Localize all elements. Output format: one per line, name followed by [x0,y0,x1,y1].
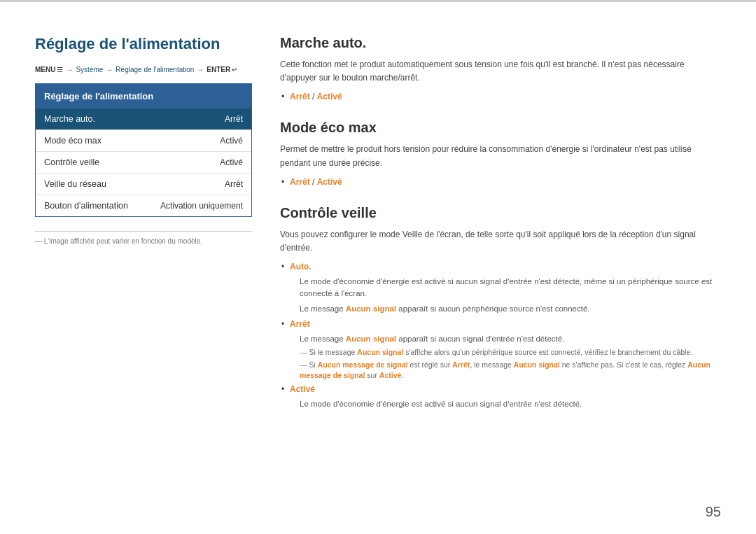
menu-item-controle-veille[interactable]: Contrôle veille Activé [36,152,251,174]
highlight-active: Activé [317,92,342,101]
menu-item-label: Bouton d'alimentation [44,201,128,211]
sub-text-arret: Le message Aucun signal apparaît si aucu… [290,333,721,345]
breadcrumb-arrow2: → [106,66,113,73]
section-title-controle-veille: Contrôle veille [280,205,721,221]
bullet-list-marche-auto: Arrêt / Activé [280,90,721,103]
sub-text-auto2: Le message Aucun signal apparaît si aucu… [290,303,721,315]
right-column: Marche auto. Cette fonction met le produ… [280,35,721,427]
top-border [0,0,756,2]
section-marche-auto: Marche auto. Cette fonction met le produ… [280,35,721,103]
page-number: 95 [706,504,721,520]
bullet-auto: Auto. Le mode d'économie d'énergie est a… [280,260,721,315]
note-text-2: Si Aucun message de signal est réglé sur… [290,360,721,380]
highlight-note2c: Aucun signal [514,360,560,369]
menu-panel-header: Réglage de l'alimentation [36,84,251,108]
section-controle-veille: Contrôle veille Vous pouvez configurer l… [280,205,721,411]
highlight-arret: Arrêt [290,92,310,101]
menu-item-label: Contrôle veille [44,157,99,167]
menu-panel: Réglage de l'alimentation Marche auto. A… [35,83,252,217]
separator: / [312,92,317,101]
section-body-mode-eco: Permet de mettre le produit hors tension… [280,143,721,169]
menu-item-value: Activé [220,136,243,146]
two-col-layout: Réglage de l'alimentation MENU ☰ → Systè… [35,35,721,427]
breadcrumb-menu: MENU [35,66,55,73]
bullet-list-controle-veille: Auto. Le mode d'économie d'énergie est a… [280,260,721,410]
section-body-marche-auto: Cette fonction met le produit automatiqu… [280,58,721,85]
breadcrumb: MENU ☰ → Système → Réglage de l'alimenta… [35,66,252,73]
bullet-item: Arrêt / Activé [280,90,721,103]
menu-item-veille-reseau[interactable]: Veille du réseau Arrêt [36,174,251,195]
menu-item-label: Veille du réseau [44,179,106,189]
bullet-active: Activé Le mode d'économie d'énergie est … [280,383,721,410]
highlight-arret-veille: Arrêt [290,319,310,329]
breadcrumb-system: Système [76,66,103,73]
highlight-arret: Arrêt [290,177,310,187]
menu-item-value: Activé [220,157,243,167]
highlight-note2b: Arrêt [452,360,470,369]
highlight-active-veille: Activé [290,384,315,394]
menu-icon: ☰ [57,66,63,73]
section-mode-eco: Mode éco max Permet de mettre le produit… [280,120,721,188]
breadcrumb-arrow1: → [66,66,73,73]
section-body-controle-veille: Vous pouvez configurer le mode Veille de… [280,228,721,255]
highlight-auto: Auto. [290,262,312,272]
highlight-note2e: Activé [379,371,402,379]
breadcrumb-enter: ENTER [206,66,230,73]
page-container: Réglage de l'alimentation MENU ☰ → Systè… [0,0,756,534]
left-column: Réglage de l'alimentation MENU ☰ → Systè… [35,35,252,427]
highlight-note1: Aucun signal [357,348,403,356]
menu-item-label: Marche auto. [44,114,95,124]
highlight-note2a: Aucun message de signal [318,360,408,369]
note-text-1: Si le message Aucun signal s'affiche alo… [290,347,721,358]
menu-item-label: Mode éco max [44,136,102,146]
breadcrumb-arrow3: → [197,66,204,73]
enter-icon: ↵ [232,66,237,73]
footnote: — L'image affichée peut varier en foncti… [35,231,252,245]
menu-item-bouton-alimentation[interactable]: Bouton d'alimentation Activation uniquem… [36,195,251,216]
bullet-list-mode-eco: Arrêt / Activé [280,176,721,188]
menu-item-marche-auto[interactable]: Marche auto. Arrêt [36,108,251,130]
sub-text-auto: Le mode d'économie d'énergie est activé … [290,276,721,300]
page-title: Réglage de l'alimentation [35,35,252,53]
highlight-aucun-signal: Aucun signal [346,304,396,313]
sub-text-active: Le mode d'économie d'énergie est activé … [290,398,721,410]
highlight-aucun-signal2: Aucun signal [346,335,396,343]
menu-item-value: Arrêt [225,114,243,124]
section-title-mode-eco: Mode éco max [280,120,721,136]
separator: / [312,177,317,187]
bullet-item: Arrêt / Activé [280,176,721,188]
menu-item-value: Arrêt [225,179,243,189]
menu-item-mode-eco[interactable]: Mode éco max Activé [36,130,251,152]
bullet-arret: Arrêt Le message Aucun signal apparaît s… [280,318,721,380]
menu-item-value: Activation uniquement [160,201,243,211]
section-title-marche-auto: Marche auto. [280,35,721,51]
breadcrumb-link: Réglage de l'alimentation [115,66,194,73]
highlight-active: Activé [317,177,342,187]
